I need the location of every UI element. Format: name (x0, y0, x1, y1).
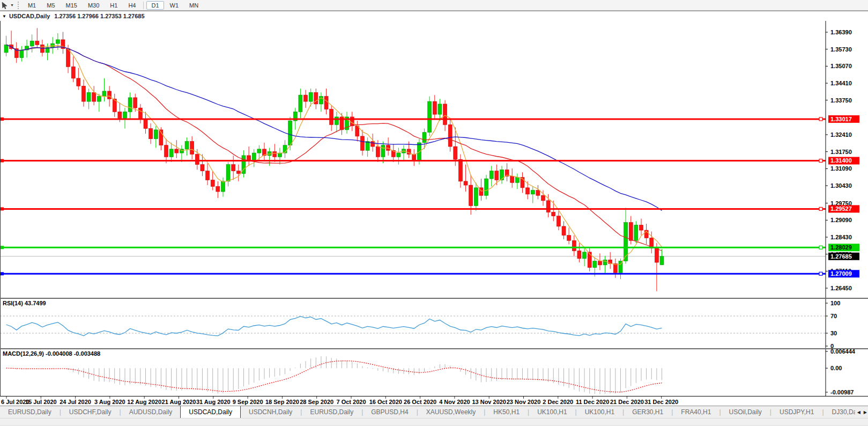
candlestick-chart[interactable]: 1.363901.357301.350701.344101.337501.324… (0, 21, 868, 298)
svg-text:1.34410: 1.34410 (830, 80, 852, 86)
svg-text:1.31750: 1.31750 (830, 149, 852, 155)
svg-text:31 Dec 2020: 31 Dec 2020 (644, 399, 678, 405)
chart-symbol-period: USDCAD,Daily (9, 13, 50, 19)
svg-text:30: 30 (830, 330, 837, 336)
date-axis-labels: 6 Jul 202015 Jul 202024 Jul 20203 Aug 20… (0, 396, 868, 406)
chart-tab-ger30-h1[interactable]: GER30,H1 (624, 406, 671, 418)
chart-window: ▼ USDCAD,Daily 1.27356 1.27966 1.27353 1… (0, 11, 868, 406)
svg-text:1.29090: 1.29090 (830, 217, 852, 223)
svg-text:1.35070: 1.35070 (830, 63, 852, 69)
chart-tab-usdcad-daily[interactable]: USDCAD,Daily (180, 406, 241, 418)
macd-chart[interactable]: 0.0064440.00-0.00987 (0, 349, 868, 397)
rsi-indicator-panel[interactable]: RSI(14) 43.7499 10070300 (0, 298, 868, 348)
svg-text:12 Aug 2020: 12 Aug 2020 (127, 399, 161, 405)
candles (4, 28, 664, 291)
svg-text:9 Sep 2020: 9 Sep 2020 (233, 399, 263, 405)
svg-text:18 Sep 2020: 18 Sep 2020 (265, 399, 299, 405)
svg-text:31 Aug 2020: 31 Aug 2020 (196, 399, 231, 405)
svg-text:28 Sep 2020: 28 Sep 2020 (300, 399, 333, 405)
toolbar-grip[interactable] (18, 2, 20, 9)
macd-label: MACD(12,26,9) -0.004008 -0.003488 (3, 350, 100, 357)
tab-scroll-left-icon[interactable]: ◀ (857, 410, 860, 415)
chart-tools-dropdown-icon[interactable]: ▼ (10, 3, 14, 7)
tab-scroll-arrows: ◀ ▶ (855, 406, 867, 418)
svg-text:-0.00987: -0.00987 (830, 389, 854, 395)
svg-text:1.27685: 1.27685 (830, 253, 852, 260)
timeframe-button-m1[interactable]: M1 (23, 1, 41, 10)
timeframe-button-w1[interactable]: W1 (165, 1, 184, 10)
rsi-label: RSI(14) 43.7499 (3, 300, 46, 306)
svg-text:1.28430: 1.28430 (830, 234, 852, 240)
svg-text:1.32410: 1.32410 (830, 131, 852, 138)
slow-ma-line (6, 45, 662, 211)
status-strip (0, 418, 868, 425)
svg-text:23 Nov 2020: 23 Nov 2020 (507, 399, 541, 405)
main-price-chart[interactable]: 1.363901.357301.350701.344101.337501.324… (0, 21, 868, 298)
svg-text:70: 70 (830, 313, 837, 319)
chart-tab-eurusd-daily[interactable]: EURUSD,Daily (302, 406, 361, 418)
svg-text:1.33750: 1.33750 (830, 97, 852, 104)
svg-text:1.31090: 1.31090 (830, 165, 852, 172)
chart-tab-usdjpy-h1[interactable]: USDJPY,H1 (771, 406, 822, 418)
svg-text:1.31400: 1.31400 (830, 157, 852, 164)
chart-tab-audusd-daily[interactable]: AUDUSD,Daily (121, 406, 181, 418)
chart-ohlc-values: 1.27356 1.27966 1.27353 1.27685 (54, 13, 144, 19)
svg-text:1.35730: 1.35730 (830, 46, 852, 53)
svg-text:1.29527: 1.29527 (830, 205, 852, 212)
svg-text:1.33017: 1.33017 (830, 116, 852, 122)
chart-tab-gbpusd-h4[interactable]: GBPUSD,H4 (363, 406, 416, 418)
timeframe-button-h1[interactable]: H1 (105, 1, 122, 10)
chart-tab-uk100-h1[interactable]: UK100,H1 (529, 406, 575, 418)
chart-tab-usoil-daily[interactable]: USOil,Daily (721, 406, 770, 418)
rsi-chart[interactable]: 10070300 (0, 299, 868, 349)
timeframe-button-m15[interactable]: M15 (61, 1, 82, 10)
svg-text:26 Oct 2020: 26 Oct 2020 (404, 399, 436, 405)
timeframe-button-mn[interactable]: MN (184, 1, 203, 10)
chart-cursor-icon[interactable] (1, 2, 10, 9)
svg-text:0.006444: 0.006444 (830, 349, 856, 355)
tab-scroll-right-icon[interactable]: ▶ (864, 410, 867, 415)
chart-tab-eurusd-daily[interactable]: EURUSD,Daily (0, 406, 60, 418)
chart-tab-uk100-h1[interactable]: UK100,H1 (577, 406, 622, 418)
chart-tab-bar: EURUSD,Daily|USDCHF,Daily|AUDUSD,DailyUS… (0, 406, 868, 418)
date-axis[interactable]: 6 Jul 202015 Jul 202024 Jul 20203 Aug 20… (0, 396, 868, 406)
svg-text:1.26450: 1.26450 (830, 285, 852, 291)
chart-title-row: ▼ USDCAD,Daily 1.27356 1.27966 1.27353 1… (0, 11, 868, 21)
symbol-dropdown-icon[interactable]: ▼ (2, 14, 6, 19)
toolbar-divider (143, 2, 144, 9)
svg-text:21 Aug 2020: 21 Aug 2020 (162, 399, 196, 405)
svg-text:3 Aug 2020: 3 Aug 2020 (94, 399, 125, 405)
timeframe-button-m30[interactable]: M30 (83, 1, 104, 10)
svg-text:0.00: 0.00 (830, 365, 842, 371)
svg-text:100: 100 (830, 300, 840, 306)
svg-text:13 Nov 2020: 13 Nov 2020 (472, 399, 506, 405)
rsi-line (6, 317, 662, 336)
timeframe-toolbar: ▼ M1M5M15M30H1H4D1W1MN (0, 0, 868, 11)
svg-text:21 Dec 2020: 21 Dec 2020 (610, 399, 644, 405)
svg-text:15 Jul 2020: 15 Jul 2020 (25, 399, 57, 405)
mid-ma-line (6, 45, 662, 251)
chart-tab-usdcnh-daily[interactable]: USDCNH,Daily (241, 406, 300, 418)
svg-text:2 Dec 2020: 2 Dec 2020 (543, 399, 573, 405)
svg-text:1.30430: 1.30430 (830, 182, 852, 189)
timeframe-button-d1[interactable]: D1 (146, 1, 164, 10)
svg-text:1.27009: 1.27009 (830, 270, 852, 277)
macd-histogram (6, 356, 662, 394)
svg-text:24 Jul 2020: 24 Jul 2020 (60, 399, 91, 405)
svg-text:4 Nov 2020: 4 Nov 2020 (439, 399, 470, 405)
macd-indicator-panel[interactable]: MACD(12,26,9) -0.004008 -0.003488 0.0064… (0, 348, 868, 396)
svg-text:1.28029: 1.28029 (830, 244, 852, 251)
chart-tab-hk50-h1[interactable]: HK50,H1 (485, 406, 528, 418)
timeframe-button-m5[interactable]: M5 (42, 1, 60, 10)
svg-text:1.36390: 1.36390 (830, 29, 852, 35)
svg-text:7 Oct 2020: 7 Oct 2020 (336, 399, 366, 405)
chart-tab-xauusd-weekly[interactable]: XAUUSD,Weekly (418, 406, 484, 418)
chart-tab-fra40-h1[interactable]: FRA40,H1 (673, 406, 719, 418)
svg-text:16 Oct 2020: 16 Oct 2020 (369, 399, 402, 405)
chart-tab-usdchf-daily[interactable]: USDCHF,Daily (61, 406, 120, 418)
timeframe-button-h4[interactable]: H4 (123, 1, 140, 10)
svg-text:11 Dec 2020: 11 Dec 2020 (576, 399, 609, 405)
